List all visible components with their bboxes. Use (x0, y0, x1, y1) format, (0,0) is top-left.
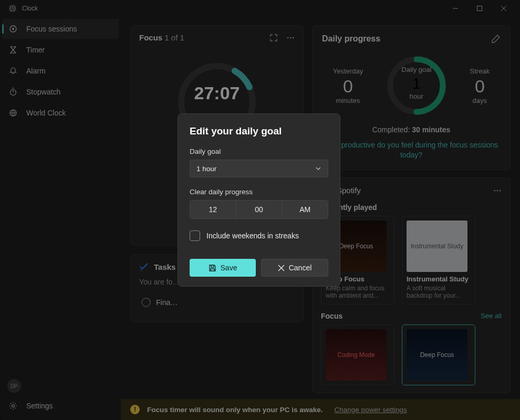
chevron-down-icon (315, 165, 321, 172)
ampm-field[interactable]: AM (282, 201, 328, 218)
clear-progress-label: Clear daily progress (190, 188, 328, 196)
minute-field[interactable]: 00 (236, 201, 283, 218)
close-icon (278, 265, 285, 271)
clear-time-picker: 12 00 AM (190, 200, 328, 219)
save-icon (209, 264, 216, 272)
edit-daily-goal-dialog: Edit your daily goal Daily goal 1 hour C… (178, 113, 340, 287)
daily-goal-label: Daily goal (190, 148, 328, 155)
save-button[interactable]: Save (190, 259, 256, 277)
include-weekends-checkbox[interactable] (190, 230, 200, 241)
modal-overlay[interactable]: Edit your daily goal Daily goal 1 hour C… (0, 0, 520, 420)
include-weekends-label: Include weekends in streaks (206, 232, 299, 240)
hour-field[interactable]: 12 (190, 201, 236, 218)
dialog-title: Edit your daily goal (190, 125, 328, 137)
app-window: Clock Focus sessions Timer Alarm (0, 0, 520, 420)
daily-goal-select[interactable]: 1 hour (190, 160, 328, 177)
daily-goal-value: 1 hour (196, 165, 216, 173)
cancel-button[interactable]: Cancel (261, 259, 328, 277)
